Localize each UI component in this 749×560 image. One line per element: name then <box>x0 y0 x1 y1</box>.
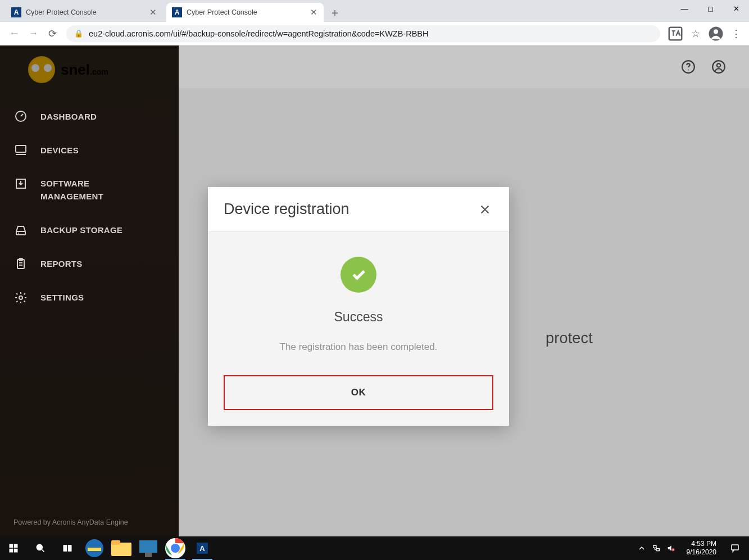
translate-icon[interactable] <box>667 25 684 42</box>
window-close-button[interactable]: ✕ <box>723 0 749 17</box>
modal-status-title: Success <box>224 309 493 325</box>
sidebar: snel.com DASHBOARD DEVICES <box>0 45 179 536</box>
modal-header: Device registration <box>208 187 509 232</box>
app-viewport: snel.com DASHBOARD DEVICES <box>0 45 749 536</box>
app-topbar <box>179 45 749 88</box>
device-registration-modal: Device registration Success The registra… <box>208 187 509 426</box>
ok-button[interactable]: OK <box>224 375 493 410</box>
tab-title: Cyber Protect Console <box>187 8 309 16</box>
sidebar-item-label: DEVICES <box>40 145 79 155</box>
svg-point-2 <box>714 29 718 34</box>
taskbar-action-center-button[interactable] <box>723 536 747 560</box>
sidebar-nav: DASHBOARD DEVICES SOFTWAREMANAGEMENT <box>0 99 179 315</box>
taskbar-app-generic[interactable] <box>135 536 162 560</box>
browser-tab-0[interactable]: A Cyber Protect Console ✕ <box>6 3 163 22</box>
chrome-menu-icon[interactable]: ⋮ <box>728 25 745 42</box>
start-button[interactable] <box>0 536 27 560</box>
svg-point-13 <box>717 63 721 67</box>
new-tab-button[interactable]: ＋ <box>327 4 343 20</box>
svg-point-18 <box>37 544 42 550</box>
taskbar-app-file-explorer[interactable] <box>108 536 135 560</box>
sidebar-item-label: BACKUP STORAGE <box>40 225 122 235</box>
url-text: eu2-cloud.acronis.com/ui/#/backup-consol… <box>89 29 428 38</box>
sidebar-item-label: SOFTWAREMANAGEMENT <box>40 177 103 203</box>
tray-volume-muted-icon[interactable] <box>666 544 675 553</box>
account-icon[interactable] <box>711 59 727 75</box>
svg-rect-4 <box>16 145 26 152</box>
tab-title: Cyber Protect Console <box>26 8 148 16</box>
task-view-button[interactable] <box>54 536 81 560</box>
background-text-fragment: protect <box>546 330 593 347</box>
window-minimize-button[interactable]: — <box>671 0 697 17</box>
hard-drive-icon <box>13 224 28 237</box>
modal-title: Device registration <box>224 201 349 218</box>
svg-rect-15 <box>14 544 18 548</box>
svg-point-27 <box>171 544 180 553</box>
sidebar-item-software-management[interactable]: SOFTWAREMANAGEMENT <box>0 167 179 213</box>
browser-toolbar: ← → ⟳ 🔒 eu2-cloud.acronis.com/ui/#/backu… <box>0 22 749 45</box>
tab-close-icon[interactable]: ✕ <box>148 8 157 17</box>
windows-taskbar: A 4:53 PM 9/16/2020 <box>0 536 749 560</box>
svg-rect-28 <box>653 545 656 548</box>
modal-close-button[interactable] <box>476 201 493 218</box>
nav-forward-button[interactable]: → <box>24 24 43 43</box>
tab-favicon-acronis-icon: A <box>11 7 21 17</box>
svg-point-9 <box>19 296 22 299</box>
taskbar-time: 4:53 PM <box>687 540 716 548</box>
tab-favicon-acronis-icon: A <box>172 7 182 17</box>
download-box-icon <box>13 177 28 190</box>
taskbar-app-acronis[interactable]: A <box>189 536 216 560</box>
monitor-icon <box>13 143 28 157</box>
sidebar-item-settings[interactable]: SETTINGS <box>0 281 179 315</box>
svg-rect-16 <box>10 549 13 553</box>
svg-point-11 <box>688 70 689 71</box>
svg-rect-14 <box>10 544 13 548</box>
success-check-icon <box>341 257 376 293</box>
tray-chevron-up-icon[interactable] <box>637 544 646 553</box>
svg-rect-29 <box>656 549 659 551</box>
browser-tab-strip: A Cyber Protect Console ✕ A Cyber Protec… <box>0 0 749 22</box>
sidebar-item-devices[interactable]: DEVICES <box>0 133 179 167</box>
taskbar-app-chrome[interactable] <box>162 536 189 560</box>
clipboard-icon <box>13 257 28 271</box>
lock-icon: 🔒 <box>74 29 83 38</box>
taskbar-search-button[interactable] <box>27 536 54 560</box>
svg-rect-23 <box>111 540 120 545</box>
sidebar-item-label: DASHBOARD <box>40 112 97 121</box>
ok-button-label: OK <box>351 387 366 398</box>
sidebar-item-dashboard[interactable]: DASHBOARD <box>0 99 179 133</box>
system-tray[interactable] <box>633 544 680 553</box>
help-icon[interactable] <box>680 59 696 75</box>
svg-rect-31 <box>732 545 738 550</box>
svg-rect-24 <box>139 540 157 553</box>
sidebar-item-backup-storage[interactable]: BACKUP STORAGE <box>0 213 179 247</box>
svg-point-6 <box>18 233 19 234</box>
svg-rect-5 <box>16 231 25 235</box>
sidebar-item-reports[interactable]: REPORTS <box>0 247 179 281</box>
window-controls: — ◻ ✕ <box>671 0 749 22</box>
close-icon <box>479 203 491 216</box>
sidebar-item-label: REPORTS <box>40 259 83 268</box>
svg-rect-20 <box>69 545 71 551</box>
sidebar-footer-text: Powered by Acronis AnyData Engine <box>13 518 128 526</box>
nav-reload-button[interactable]: ⟳ <box>43 24 62 43</box>
bookmark-star-icon[interactable]: ☆ <box>687 25 704 42</box>
profile-avatar-icon[interactable] <box>707 25 724 42</box>
sidebar-item-label: SETTINGS <box>40 293 84 302</box>
gear-icon <box>13 291 28 304</box>
gauge-icon <box>13 110 28 123</box>
svg-rect-19 <box>63 545 66 551</box>
svg-rect-25 <box>145 553 152 557</box>
svg-rect-17 <box>14 549 18 553</box>
browser-tab-1[interactable]: A Cyber Protect Console ✕ <box>166 3 324 22</box>
modal-body: Success The registration has been comple… <box>208 232 509 426</box>
address-bar[interactable]: 🔒 eu2-cloud.acronis.com/ui/#/backup-cons… <box>66 25 660 42</box>
taskbar-app-ie[interactable] <box>81 536 108 560</box>
modal-message: The registration has been completed. <box>224 342 493 353</box>
taskbar-clock[interactable]: 4:53 PM 9/16/2020 <box>681 540 722 557</box>
nav-back-button[interactable]: ← <box>4 24 24 43</box>
taskbar-date: 9/16/2020 <box>687 548 716 557</box>
window-maximize-button[interactable]: ◻ <box>697 0 723 17</box>
tab-close-icon[interactable]: ✕ <box>309 8 318 17</box>
tray-network-icon[interactable] <box>652 544 661 553</box>
